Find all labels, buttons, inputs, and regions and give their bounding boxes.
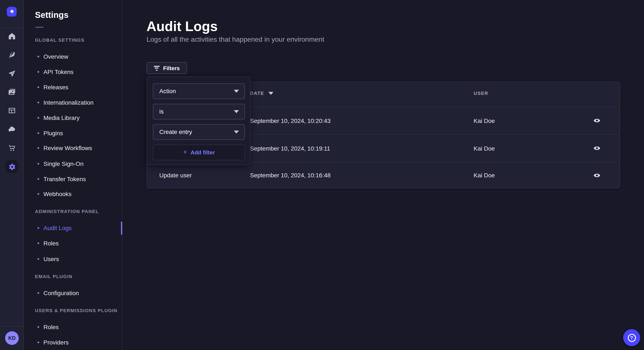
page-subtitle: Logs of all the activities that happened… bbox=[146, 36, 324, 43]
strapi-logo-icon bbox=[8, 8, 15, 15]
cloud-icon[interactable] bbox=[8, 125, 16, 134]
settings-nav-item[interactable] bbox=[6, 160, 18, 173]
column-header-user[interactable]: USER bbox=[474, 91, 488, 96]
sidebar-item-email-configuration[interactable]: Configuration bbox=[38, 289, 79, 297]
bullet-icon bbox=[38, 117, 39, 119]
column-header-date[interactable]: DATE bbox=[250, 91, 274, 96]
home-icon[interactable] bbox=[8, 32, 16, 40]
cell-date: September 10, 2024, 10:16:48 bbox=[250, 172, 330, 178]
sidebar-item-single-sign-on[interactable]: Single Sign-On bbox=[38, 160, 84, 168]
sidebar-item-api-tokens[interactable]: API Tokens bbox=[38, 68, 74, 76]
eye-icon bbox=[593, 117, 601, 125]
active-item-indicator bbox=[121, 222, 122, 235]
sidebar-item-review-workflows[interactable]: Review Workflows bbox=[38, 144, 92, 152]
bullet-icon bbox=[38, 178, 39, 180]
cart-icon[interactable] bbox=[8, 144, 16, 152]
bullet-icon bbox=[38, 292, 39, 294]
section-global-settings: GLOBAL SETTINGS bbox=[35, 37, 84, 42]
feather-icon[interactable] bbox=[8, 51, 16, 59]
cell-user: Kai Doe bbox=[474, 117, 495, 124]
sidebar-item-webhooks[interactable]: Webhooks bbox=[38, 190, 72, 198]
chevron-down-icon bbox=[234, 130, 239, 133]
filters-popover: Action is Create entry + Add filter bbox=[146, 77, 250, 165]
sidebar-title: Settings bbox=[35, 10, 68, 20]
bullet-icon bbox=[38, 102, 39, 103]
bullet-icon bbox=[38, 56, 39, 57]
bullet-icon bbox=[38, 71, 39, 73]
main-nav-rail: KD bbox=[0, 0, 24, 350]
sidebar-item-overview[interactable]: Overview bbox=[38, 53, 68, 60]
media-library-icon[interactable] bbox=[8, 88, 16, 96]
cell-action: Update user bbox=[159, 172, 192, 178]
sidebar-item-plugins[interactable]: Plugins bbox=[38, 129, 63, 137]
chevron-down-icon bbox=[234, 90, 239, 93]
filters-button[interactable]: Filters bbox=[146, 62, 187, 74]
bullet-icon bbox=[38, 193, 39, 195]
help-button[interactable]: ? bbox=[623, 329, 640, 346]
sidebar-item-media-library[interactable]: Media Library bbox=[38, 114, 80, 122]
filter-icon bbox=[154, 66, 160, 70]
section-administration-panel: ADMINISTRATION PANEL bbox=[35, 209, 99, 214]
sidebar-item-up-roles[interactable]: Roles bbox=[38, 323, 59, 331]
eye-icon bbox=[593, 171, 601, 179]
layout-icon[interactable] bbox=[8, 106, 16, 115]
gear-icon bbox=[8, 163, 16, 171]
cell-date: September 10, 2024, 10:20:43 bbox=[250, 117, 330, 124]
table-row[interactable]: Update user September 10, 2024, 10:16:48… bbox=[147, 162, 620, 188]
section-email-plugin: EMAIL PLUGIN bbox=[35, 274, 72, 279]
sidebar-item-audit-logs[interactable]: Audit Logs bbox=[38, 224, 72, 232]
sidebar-item-admin-roles[interactable]: Roles bbox=[38, 239, 59, 247]
eye-icon bbox=[593, 144, 601, 152]
bullet-icon bbox=[38, 342, 39, 343]
bullet-icon bbox=[38, 242, 39, 244]
bullet-icon bbox=[38, 163, 39, 165]
filter-operator-select[interactable]: is bbox=[153, 104, 245, 119]
cell-date: September 10, 2024, 10:19:11 bbox=[250, 145, 330, 152]
sidebar-title-rule bbox=[35, 27, 44, 28]
paper-plane-icon[interactable] bbox=[8, 69, 16, 78]
add-filter-button[interactable]: + Add filter bbox=[153, 144, 245, 160]
sidebar-item-internationalization[interactable]: Internationalization bbox=[38, 99, 94, 106]
filter-field-select[interactable]: Action bbox=[153, 83, 245, 99]
sidebar-item-admin-users[interactable]: Users bbox=[38, 255, 59, 263]
plus-icon: + bbox=[183, 148, 187, 156]
settings-sidebar: Settings GLOBAL SETTINGS Overview API To… bbox=[24, 0, 122, 350]
filter-value-select[interactable]: Create entry bbox=[153, 124, 245, 140]
strapi-logo[interactable] bbox=[7, 7, 16, 16]
view-details-button[interactable] bbox=[591, 115, 602, 126]
sidebar-item-transfer-tokens[interactable]: Transfer Tokens bbox=[38, 175, 86, 183]
rail-divider bbox=[0, 326, 24, 327]
bullet-icon bbox=[38, 147, 39, 149]
section-users-permissions-plugin: USERS & PERMISSIONS PLUGIN bbox=[35, 308, 118, 313]
sidebar-item-releases[interactable]: Releases bbox=[38, 83, 68, 91]
bullet-icon bbox=[38, 258, 39, 260]
page-title: Audit Logs bbox=[146, 19, 218, 34]
cell-user: Kai Doe bbox=[474, 145, 495, 152]
rail-divider bbox=[0, 28, 24, 28]
user-avatar[interactable]: KD bbox=[5, 331, 19, 345]
bullet-icon bbox=[38, 132, 39, 134]
bullet-icon bbox=[38, 326, 39, 328]
bullet-icon bbox=[38, 86, 39, 88]
app-window: KD Settings GLOBAL SETTINGS Overview API… bbox=[0, 0, 644, 350]
view-details-button[interactable] bbox=[591, 143, 602, 154]
sidebar-item-up-providers[interactable]: Providers bbox=[38, 339, 68, 346]
bullet-icon bbox=[38, 227, 39, 229]
caret-down-icon bbox=[268, 92, 274, 95]
chevron-down-icon bbox=[234, 110, 239, 113]
cell-user: Kai Doe bbox=[474, 172, 495, 178]
question-mark-icon: ? bbox=[628, 334, 636, 342]
view-details-button[interactable] bbox=[591, 170, 602, 181]
